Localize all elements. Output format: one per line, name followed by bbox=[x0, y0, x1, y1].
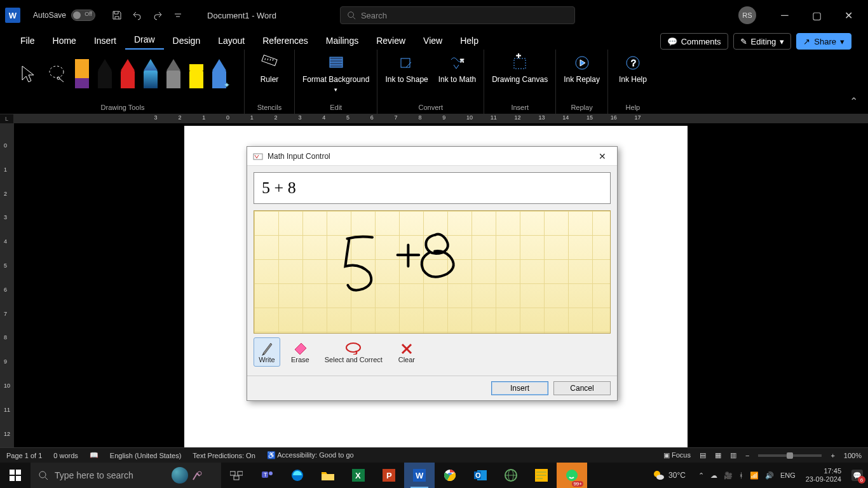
cancel-button[interactable]: Cancel bbox=[553, 381, 611, 395]
web-layout-icon[interactable]: ▥ bbox=[730, 451, 736, 459]
powerpoint-icon[interactable]: P bbox=[374, 463, 404, 488]
svg-text:P: P bbox=[386, 471, 392, 480]
autosave-toggle-group[interactable]: AutoSave Off bbox=[33, 10, 95, 21]
close-button[interactable]: ✕ bbox=[834, 5, 863, 25]
write-tool[interactable]: Write bbox=[254, 337, 280, 367]
onedrive-icon[interactable]: ☁ bbox=[710, 471, 717, 480]
print-layout-icon[interactable]: ▦ bbox=[715, 451, 721, 459]
group-label: Convert bbox=[419, 104, 444, 111]
clear-tool[interactable]: Clear bbox=[393, 337, 420, 367]
tab-file[interactable]: File bbox=[11, 32, 44, 50]
meet-now-icon[interactable]: 🎥 bbox=[724, 471, 733, 480]
tab-draw[interactable]: Draw bbox=[125, 30, 164, 50]
text-predictions[interactable]: Text Predictions: On bbox=[193, 452, 255, 459]
editing-mode-button[interactable]: ✎Editing▾ bbox=[733, 33, 792, 50]
user-avatar[interactable]: RS bbox=[738, 6, 756, 24]
pen-black[interactable] bbox=[98, 59, 112, 88]
collapse-ribbon-icon[interactable]: ⌃ bbox=[850, 95, 858, 107]
pencil-gray[interactable] bbox=[166, 59, 180, 88]
math-ink-canvas[interactable] bbox=[254, 210, 611, 334]
svg-rect-16 bbox=[10, 476, 15, 481]
tab-review[interactable]: Review bbox=[367, 32, 414, 50]
search-box[interactable]: Search bbox=[340, 6, 575, 24]
highlighter-yellow[interactable] bbox=[189, 59, 203, 88]
drawing-canvas-button[interactable]: +Drawing Canvas bbox=[492, 53, 548, 84]
teams-icon[interactable]: T bbox=[252, 463, 282, 488]
ink-to-shape-button[interactable]: Ink to Shape bbox=[385, 53, 428, 84]
minimize-button[interactable]: ─ bbox=[770, 5, 799, 25]
comments-button[interactable]: 💬Comments bbox=[660, 33, 728, 50]
zoom-slider[interactable] bbox=[758, 454, 822, 457]
eraser-tool[interactable] bbox=[75, 59, 89, 88]
horizontal-ruler[interactable]: L 32101234567891011121314151617 bbox=[0, 114, 868, 123]
select-tool[interactable] bbox=[19, 64, 38, 83]
save-icon[interactable] bbox=[108, 6, 126, 24]
dialog-titlebar[interactable]: Math Input Control ✕ bbox=[247, 147, 617, 166]
accessibility-status[interactable]: ♿ Accessibility: Good to go bbox=[267, 451, 354, 459]
task-view-icon[interactable] bbox=[221, 463, 252, 488]
zoom-in[interactable]: + bbox=[831, 452, 834, 459]
word-count[interactable]: 0 words bbox=[53, 452, 78, 459]
share-button[interactable]: ↗Share▾ bbox=[796, 33, 851, 50]
read-mode-icon[interactable]: ▤ bbox=[700, 451, 706, 459]
lasso-tool[interactable] bbox=[47, 64, 66, 83]
chrome-icon[interactable] bbox=[435, 463, 465, 488]
ink-to-math-button[interactable]: πInk to Math bbox=[438, 53, 476, 84]
maximize-button[interactable]: ▢ bbox=[802, 5, 831, 25]
outlook-icon[interactable]: O bbox=[465, 463, 496, 488]
undo-icon[interactable] bbox=[128, 6, 146, 24]
zoom-out[interactable]: − bbox=[745, 452, 749, 459]
group-label: Stencils bbox=[257, 104, 282, 111]
weather-icon bbox=[652, 469, 665, 482]
tab-insert[interactable]: Insert bbox=[85, 32, 125, 50]
tab-home[interactable]: Home bbox=[44, 32, 85, 50]
pen-red[interactable] bbox=[121, 59, 135, 88]
start-button[interactable] bbox=[0, 463, 31, 488]
tab-help[interactable]: Help bbox=[451, 32, 487, 50]
erase-tool[interactable]: Erase bbox=[287, 337, 314, 367]
redo-icon[interactable] bbox=[149, 6, 166, 24]
tab-references[interactable]: References bbox=[254, 32, 317, 50]
autosave-toggle[interactable]: Off bbox=[71, 10, 95, 21]
spellcheck-icon[interactable]: 📖 bbox=[90, 451, 98, 459]
notifications-icon[interactable]: 💬 bbox=[851, 470, 863, 481]
ruler-button[interactable]: Ruler bbox=[252, 53, 287, 84]
page-indicator[interactable]: Page 1 of 1 bbox=[6, 452, 42, 459]
tab-mailings[interactable]: Mailings bbox=[317, 32, 367, 50]
sticky-notes-icon[interactable] bbox=[526, 463, 557, 488]
dialog-close-button[interactable]: ✕ bbox=[593, 150, 612, 163]
vertical-ruler[interactable]: 0123456789101112 bbox=[0, 123, 14, 469]
zoom-level[interactable]: 100% bbox=[844, 452, 862, 459]
language-indicator[interactable]: ENG bbox=[780, 471, 796, 479]
weather-widget[interactable]: 30°C bbox=[646, 469, 692, 482]
ink-help-button[interactable]: ?Ink Help bbox=[616, 53, 650, 84]
pen-galaxy[interactable] bbox=[144, 59, 158, 88]
svg-point-18 bbox=[39, 471, 46, 478]
wifi-icon[interactable]: 📶 bbox=[750, 471, 759, 480]
document-title: Document1 - Word bbox=[207, 11, 276, 20]
file-explorer-icon[interactable] bbox=[313, 463, 343, 488]
qat-customize-icon[interactable] bbox=[169, 6, 187, 24]
language-indicator[interactable]: English (United States) bbox=[110, 452, 182, 459]
tab-design[interactable]: Design bbox=[164, 32, 210, 50]
bluetooth-icon[interactable]: ᚼ bbox=[739, 471, 743, 479]
whatsapp-icon[interactable]: 99+ bbox=[557, 463, 587, 488]
volume-icon[interactable]: 🔊 bbox=[765, 471, 774, 480]
svg-rect-5 bbox=[401, 58, 410, 67]
taskbar-search[interactable]: Type here to search bbox=[31, 463, 221, 488]
focus-mode[interactable]: ▣ Focus bbox=[663, 451, 691, 459]
format-background-button[interactable]: Format Background▾ bbox=[302, 53, 369, 93]
word-icon[interactable]: W bbox=[404, 463, 435, 488]
pen-action[interactable] bbox=[212, 59, 226, 88]
tray-chevron-icon[interactable]: ⌃ bbox=[698, 471, 704, 480]
select-correct-tool[interactable]: Select and Correct bbox=[320, 337, 387, 367]
excel-icon[interactable]: X bbox=[343, 463, 374, 488]
ink-replay-button[interactable]: Ink Replay bbox=[564, 53, 600, 84]
svg-rect-14 bbox=[10, 470, 15, 475]
tab-view[interactable]: View bbox=[414, 32, 451, 50]
browser-icon[interactable] bbox=[496, 463, 526, 488]
edge-icon[interactable] bbox=[282, 463, 313, 488]
tab-layout[interactable]: Layout bbox=[209, 32, 254, 50]
clock[interactable]: 17:45 23-09-2024 bbox=[802, 467, 845, 484]
insert-button[interactable]: Insert bbox=[491, 381, 548, 395]
